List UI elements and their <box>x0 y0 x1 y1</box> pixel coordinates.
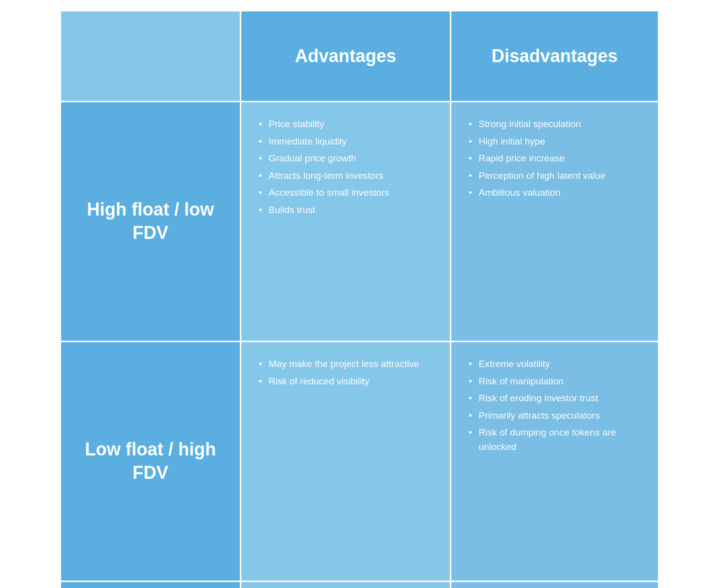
high-float-disadvantages-cell: Strong initial speculation High initial … <box>451 102 658 341</box>
project-category-cell: Projectcategory <box>61 582 240 588</box>
list-item: May make the project less attractive <box>259 357 432 371</box>
header-empty-cell <box>61 11 240 101</box>
list-item: Strong initial speculation <box>469 117 641 132</box>
advantages-header-cell: Advantages <box>241 11 450 101</box>
high-float-label: High float / lowFDV <box>87 198 214 245</box>
project-disadvantages-cell: Can be suitable for a project with an am… <box>451 582 658 588</box>
list-item: Ambitious valuation <box>469 186 641 200</box>
list-item: Perception of high latent value <box>469 169 641 183</box>
comparison-table: Advantages Disadvantages High float / lo… <box>60 10 653 588</box>
advantages-header: Advantages <box>295 46 396 67</box>
list-item: High initial hype <box>469 135 641 149</box>
project-advantages-cell: Can be suitable for a project with a dev… <box>241 582 450 588</box>
list-item: Accessible to small investors <box>259 186 432 200</box>
list-item: Primarily attracts speculators <box>469 409 641 423</box>
low-float-advantages-cell: May make the project less attractive Ris… <box>241 342 450 581</box>
list-item: Risk of eroding investor trust <box>469 391 641 406</box>
low-float-advantages-list: May make the project less attractive Ris… <box>259 357 432 391</box>
high-float-category-cell: High float / lowFDV <box>61 102 240 341</box>
disadvantages-header-cell: Disadvantages <box>451 11 658 101</box>
list-item: Immediate liquidity <box>259 135 432 149</box>
high-float-advantages-list: Price stability Immediate liquidity Grad… <box>259 117 432 220</box>
list-item: Risk of manipulation <box>469 374 641 389</box>
low-float-category-cell: Low float / highFDV <box>61 342 240 581</box>
high-float-advantages-cell: Price stability Immediate liquidity Grad… <box>241 102 450 341</box>
list-item: Extreme volatility <box>469 357 641 371</box>
list-item: Price stability <box>259 117 432 132</box>
list-item: Risk of reduced visibility <box>259 374 432 389</box>
list-item: Rapid price increase <box>469 151 641 166</box>
low-float-disadvantages-cell: Extreme volatility Risk of manipulation … <box>451 342 658 581</box>
high-float-disadvantages-list: Strong initial speculation High initial … <box>469 117 641 203</box>
list-item: Builds trust <box>259 203 432 218</box>
low-float-disadvantages-list: Extreme volatility Risk of manipulation … <box>469 357 641 457</box>
disadvantages-header: Disadvantages <box>492 46 618 67</box>
list-item: Gradual price growth <box>259 151 432 166</box>
low-float-label: Low float / highFDV <box>85 438 216 485</box>
list-item: Attracts long-term investors <box>259 169 432 183</box>
list-item: Risk of dumping once tokens are unlocked <box>469 426 641 454</box>
